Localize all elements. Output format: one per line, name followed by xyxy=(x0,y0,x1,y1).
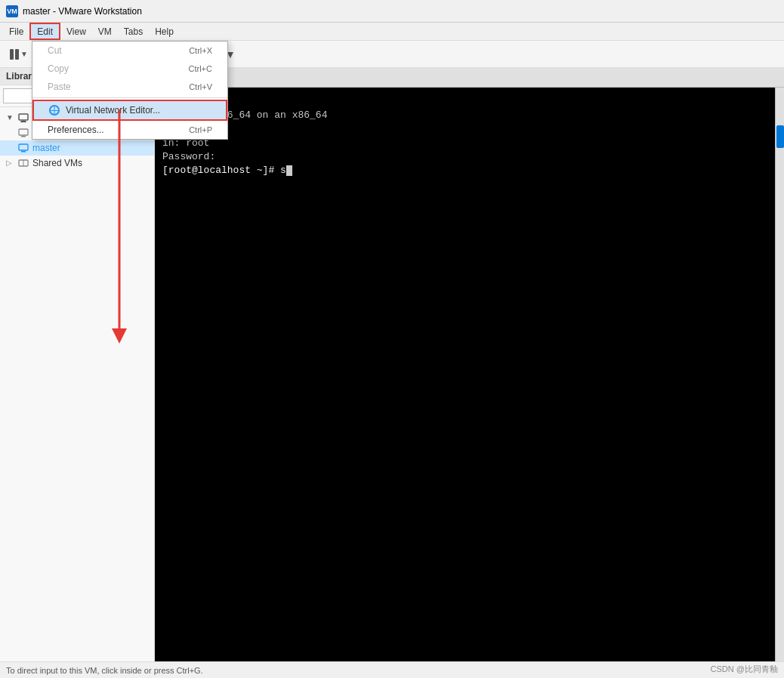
svg-rect-14 xyxy=(19,114,28,120)
menu-file[interactable]: File xyxy=(3,23,29,40)
scrollbar-track[interactable] xyxy=(775,88,784,661)
menu-view[interactable]: View xyxy=(60,23,92,40)
virtual-network-editor-label: Virtual Network Editor... xyxy=(66,105,160,116)
computer-icon xyxy=(18,112,29,123)
menu-item-preferences[interactable]: Preferences... Ctrl+P xyxy=(32,121,227,139)
shared-expand-icon: ▷ xyxy=(6,159,15,168)
window-title: master - VMware Workstation xyxy=(23,6,142,17)
paste-label: Paste xyxy=(48,82,71,92)
vm-icon-devopsblog xyxy=(18,128,29,138)
terminal-line-4: in: root xyxy=(162,137,767,150)
title-bar: VM master - VMware Workstation xyxy=(0,0,784,23)
menu-bar: File Edit View VM Tabs Help xyxy=(0,23,784,41)
copy-shortcut: Ctrl+C xyxy=(189,64,212,73)
terminal-line-6: [root@localhost ~]# s xyxy=(162,164,767,177)
menu-help[interactable]: Help xyxy=(149,23,180,40)
svg-rect-18 xyxy=(21,136,26,137)
sidebar-item-label-shared-vms: Shared VMs xyxy=(32,158,82,168)
preferences-shortcut: Ctrl+P xyxy=(189,125,212,134)
svg-rect-20 xyxy=(21,151,26,153)
sidebar-item-label-master: master xyxy=(32,143,60,153)
vm-area: master ✕ 7 (Core) .693.el7.x86_64 on an … xyxy=(155,68,784,661)
expand-icon: ▼ xyxy=(6,113,15,122)
menu-item-cut[interactable]: Cut Ctrl+X xyxy=(32,42,227,60)
scrollbar-thumb[interactable] xyxy=(776,125,784,148)
pause-button[interactable]: ▼ xyxy=(6,44,32,65)
sidebar-item-shared-vms[interactable]: ▷ Shared VMs xyxy=(0,156,154,171)
status-message: To direct input to this VM, click inside… xyxy=(6,666,203,675)
menu-tabs[interactable]: Tabs xyxy=(118,23,149,40)
cut-shortcut: Ctrl+X xyxy=(189,46,212,55)
dropdown-separator xyxy=(32,97,227,98)
sidebar-item-master[interactable]: master xyxy=(0,140,154,156)
shared-vms-icon xyxy=(18,158,29,168)
vm-icon-master xyxy=(18,143,29,153)
menu-vm[interactable]: VM xyxy=(92,23,118,40)
terminal-line-1: 7 (Core) xyxy=(162,95,767,109)
globe-icon xyxy=(49,105,60,116)
cut-label: Cut xyxy=(48,45,62,56)
sidebar: Library ▼ My Computer devops xyxy=(0,68,155,661)
terminal-line-5: Password: xyxy=(162,150,767,164)
tab-bar: master ✕ xyxy=(155,68,784,88)
menu-item-paste[interactable]: Paste Ctrl+V xyxy=(32,78,227,96)
edit-dropdown-menu: Cut Ctrl+X Copy Ctrl+C Paste Ctrl+V Virt… xyxy=(32,41,228,140)
terminal-line-3 xyxy=(162,122,767,136)
terminal[interactable]: 7 (Core) .693.el7.x86_64 on an x86_64 in… xyxy=(155,88,775,661)
svg-rect-17 xyxy=(19,129,28,135)
watermark: CSDN @比同青釉 xyxy=(711,664,778,675)
main-layout: Library ▼ My Computer devops xyxy=(0,68,784,661)
menu-item-copy[interactable]: Copy Ctrl+C xyxy=(32,60,227,78)
cursor xyxy=(286,165,292,176)
menu-edit[interactable]: Edit xyxy=(29,23,60,40)
app-icon: VM xyxy=(6,5,18,17)
status-bar: To direct input to this VM, click inside… xyxy=(0,661,784,678)
sidebar-tree: ▼ My Computer devopsBlog xyxy=(0,107,154,661)
copy-label: Copy xyxy=(48,63,69,74)
menu-item-virtual-network-editor[interactable]: Virtual Network Editor... xyxy=(32,100,227,121)
preferences-label: Preferences... xyxy=(48,125,104,135)
svg-rect-19 xyxy=(19,144,28,150)
paste-shortcut: Ctrl+V xyxy=(189,82,212,91)
terminal-line-2: .693.el7.x86_64 on an x86_64 xyxy=(162,109,767,122)
